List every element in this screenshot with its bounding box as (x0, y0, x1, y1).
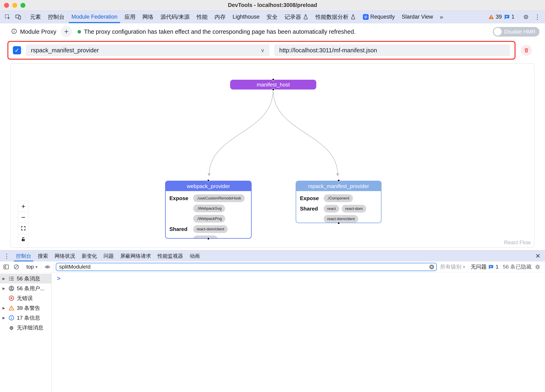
inspect-element-button[interactable] (3, 12, 12, 22)
drawer-menu-button[interactable]: ⋮ (0, 250, 13, 261)
add-proxy-button[interactable]: + (61, 26, 72, 37)
console-prompt[interactable]: > (57, 275, 61, 282)
tab-slardar-view[interactable]: Slardar View (398, 11, 437, 23)
info-icon (11, 28, 17, 35)
warning-icon (488, 14, 494, 20)
zoom-in-button[interactable]: + (18, 201, 29, 212)
toggle-knob (494, 28, 502, 36)
console-tab-issues[interactable]: 问题 (100, 250, 117, 261)
console-tab-animations[interactable]: 动画 (186, 250, 203, 261)
context-selector[interactable]: top ▾ (25, 264, 39, 270)
expose-tag: ./Component (324, 194, 353, 202)
tab-sources[interactable]: 源代码/来源 (157, 11, 193, 23)
device-toolbar-button[interactable] (13, 12, 23, 22)
more-tabs-button[interactable]: » (436, 11, 446, 23)
close-drawer-button[interactable]: ✕ (531, 250, 545, 261)
info-icon (8, 314, 15, 321)
fit-view-button[interactable] (18, 223, 29, 234)
zoom-out-button[interactable]: − (18, 212, 29, 223)
clear-console-button[interactable] (12, 263, 20, 271)
tab-console[interactable]: 控制台 (44, 11, 68, 23)
console-settings-button[interactable] (533, 263, 542, 271)
sidebar-item-warnings[interactable]: ▶ 39 条警告 (0, 303, 51, 313)
console-tab-console[interactable]: 控制台 (13, 250, 35, 261)
delete-proxy-button[interactable] (521, 45, 532, 56)
expose-label: Expose (169, 194, 190, 223)
fit-view-icon (21, 226, 26, 231)
settings-button[interactable] (521, 12, 531, 22)
proxy-rule-row-wrap: ✓ rspack_manifest_provider ∨ (0, 40, 545, 61)
expand-arrow-icon[interactable]: ▶ (2, 306, 6, 310)
console-tabbar: ⋮ 控制台 搜索 网络状况 新变化 问题 屏蔽网络请求 性能监视器 动画 ✕ (0, 250, 545, 261)
sidebar-item-all-messages[interactable]: ▶ 56 条消息 (0, 274, 51, 283)
handle-webpack-top[interactable] (207, 179, 210, 182)
clear-filter-button[interactable] (429, 264, 435, 270)
tab-lighthouse[interactable]: Lighthouse (229, 11, 263, 23)
tab-performance-insights[interactable]: 性能数据分析 (312, 11, 359, 23)
handle-rspack-bottom[interactable] (337, 222, 340, 224)
log-levels-select[interactable]: 所有级别 ▾ (439, 263, 466, 270)
console-sidebar-toggle[interactable] (2, 263, 10, 271)
node-header: webpack_provider (166, 181, 251, 191)
messages-badge[interactable]: 1 (504, 14, 514, 20)
tab-performance[interactable]: 性能 (193, 11, 211, 23)
flow-controls: + − (18, 201, 29, 245)
devtools-window: DevTools - localhost:3008/preload 元素 控制台… (0, 0, 545, 392)
handle-host-top[interactable] (272, 78, 275, 81)
tab-recorder[interactable]: 记录器 (281, 11, 312, 23)
console-tab-search[interactable]: 搜索 (35, 250, 51, 261)
proxy-url-input[interactable] (274, 44, 510, 56)
console-filter-input[interactable] (59, 264, 427, 270)
tab-network[interactable]: 网络 (139, 11, 157, 23)
tab-application[interactable]: 应用 (121, 11, 139, 23)
console-toolbar: top ▾ 所有级别 ▾ 无问题 1 (0, 261, 545, 272)
shared-tag: react-dom/client (324, 215, 358, 223)
devtools-menu-button[interactable]: ⋮ (533, 12, 542, 22)
gear-icon (523, 14, 529, 20)
node-rspack-manifest-provider[interactable]: rspack_manifest_provider Expose ./Compon… (296, 181, 382, 223)
tab-module-federation[interactable]: Module Federation (68, 11, 121, 23)
tab-elements[interactable]: 元素 (26, 11, 44, 23)
console-tab-changes[interactable]: 新变化 (78, 250, 100, 261)
requestly-icon (363, 14, 369, 20)
shared-tag: react-dom (193, 235, 218, 239)
handle-webpack-bottom[interactable] (207, 237, 210, 240)
proxy-enabled-checkbox[interactable]: ✓ (13, 46, 21, 54)
issues-counter[interactable]: 无问题 1 (471, 263, 498, 270)
status-dot (78, 30, 81, 34)
console-log-area[interactable]: > (52, 272, 545, 392)
react-flow-attribution: React Flow (504, 239, 531, 246)
clear-x-icon (429, 264, 435, 270)
warnings-badge[interactable]: 39 (488, 14, 502, 20)
shared-tag: react (324, 205, 339, 212)
window-title: DevTools - localhost:3008/preload (0, 2, 545, 8)
gear-icon (535, 264, 541, 270)
console-sidebar: ▶ 56 条消息 ▶ 56 条用户... (0, 272, 52, 392)
console-tab-performance-monitor[interactable]: 性能监视器 (154, 250, 186, 261)
console-tab-network-blocking[interactable]: 屏蔽网络请求 (117, 250, 154, 261)
sidebar-item-errors[interactable]: 无错误 (0, 293, 51, 303)
flow-canvas[interactable]: manifest_host webpack_provider Expose ./… (10, 63, 535, 248)
node-webpack-provider[interactable]: webpack_provider Expose ./useCustomRemot… (165, 181, 252, 239)
tab-memory[interactable]: 内存 (211, 11, 229, 23)
sidebar-item-verbose[interactable]: 无详细消息 (0, 323, 51, 332)
handle-rspack-top[interactable] (337, 179, 340, 182)
handle-host-bottom[interactable] (272, 88, 275, 91)
list-icon (8, 275, 15, 282)
sidebar-item-user-messages[interactable]: ▶ 56 条用户... (0, 283, 51, 293)
expand-arrow-icon[interactable]: ▶ (2, 316, 6, 320)
console-tab-network-conditions[interactable]: 网络状况 (51, 250, 78, 261)
provider-select[interactable]: rspack_manifest_provider ∨ (26, 44, 269, 56)
expand-arrow-icon[interactable]: ▶ (2, 286, 6, 291)
flask-icon (303, 14, 309, 20)
tab-requestly[interactable]: Requestly (359, 11, 398, 23)
expand-arrow-icon[interactable]: ▶ (2, 277, 6, 281)
lock-button[interactable] (18, 234, 29, 245)
live-expression-button[interactable] (43, 263, 52, 271)
titlebar: DevTools - localhost:3008/preload (0, 0, 545, 11)
tab-security[interactable]: 安全 (263, 11, 281, 23)
disable-hmr-toggle[interactable]: Disable HMR (493, 27, 539, 36)
expose-tag: ./WebpackSvg (193, 205, 225, 212)
flask-icon (350, 14, 356, 20)
sidebar-item-info[interactable]: ▶ 17 条信息 (0, 313, 51, 323)
